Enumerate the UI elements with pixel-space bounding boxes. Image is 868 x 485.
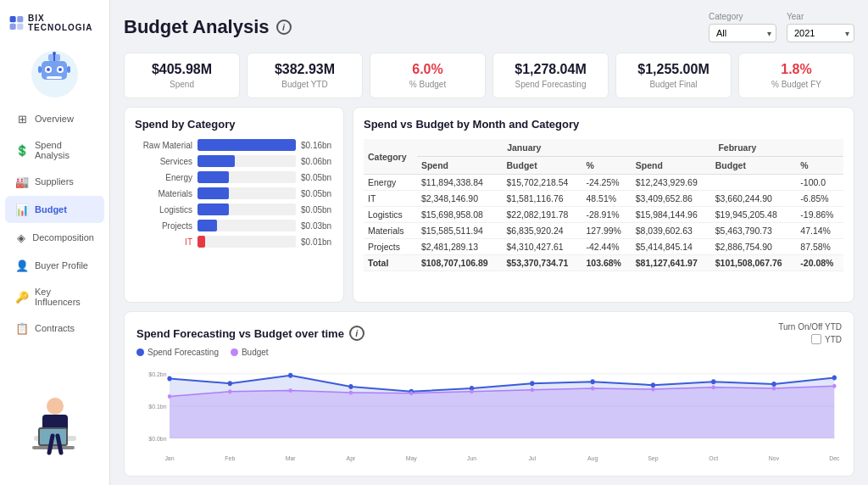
- forecasting-panel: Spend Forecasting vs Budget over time i …: [124, 311, 854, 477]
- bar-track-0: [198, 139, 296, 151]
- svg-point-42: [228, 389, 231, 393]
- budget-icon: 📊: [15, 203, 29, 216]
- svg-point-31: [288, 373, 292, 378]
- bar-label-0: Raw Material: [135, 141, 192, 150]
- page-title-text: Budget Analysis: [124, 16, 270, 38]
- month1-header: January: [417, 139, 632, 157]
- bar-track-3: [198, 187, 296, 199]
- cell-3-2: $6,835,920.24: [502, 223, 581, 239]
- svg-rect-2: [10, 24, 16, 30]
- sidebar-item-decomposition[interactable]: ◈Decomposition: [5, 224, 104, 251]
- cell-2-6: -19.86%: [796, 207, 843, 223]
- category-select[interactable]: All: [709, 24, 776, 42]
- svg-point-41: [168, 394, 171, 399]
- total-cell-3: 103.68%: [581, 255, 631, 271]
- cell-4-0: Projects: [364, 239, 417, 255]
- key-influencers-icon: 🔑: [15, 290, 29, 304]
- cell-2-2: $22,082,191.78: [502, 207, 581, 223]
- svg-rect-20: [32, 446, 75, 449]
- bar-track-1: [198, 155, 296, 167]
- year-select[interactable]: 2021: [787, 24, 854, 42]
- budget-data-table: Category January February Spend Budget %…: [364, 139, 843, 271]
- cell-0-5: [711, 175, 797, 191]
- bar-value-3: $0.05bn: [301, 189, 333, 198]
- sidebar-item-buyer-profile[interactable]: 👤Buyer Profile: [5, 252, 104, 279]
- cell-0-3: -24.25%: [581, 175, 631, 191]
- cell-0-6: -100.0: [796, 175, 843, 191]
- avatar: [31, 51, 78, 98]
- forecast-info-icon[interactable]: i: [349, 326, 364, 341]
- svg-point-32: [348, 384, 353, 389]
- cell-1-5: $3,660,244.90: [711, 191, 797, 207]
- kpi-value-2: 6.0%: [412, 62, 442, 77]
- kpi-card-4: $1,255.00MBudget Final: [615, 53, 732, 98]
- sidebar-item-label-buyer-profile: Buyer Profile: [35, 260, 88, 270]
- table-row-2: Logistics$15,698,958.08$22,082,191.78-28…: [364, 207, 843, 223]
- legend-spend-dot: [136, 348, 144, 356]
- logo-icon: [8, 14, 25, 32]
- cell-4-3: -42.44%: [581, 239, 631, 255]
- col-budget2: Budget: [711, 157, 797, 175]
- svg-rect-11: [67, 66, 70, 73]
- page-title: Budget Analysis i: [124, 16, 292, 38]
- sidebar-item-contracts[interactable]: 📋Contracts: [5, 315, 104, 342]
- main-content: Budget Analysis i Category All Year 2021: [110, 0, 868, 485]
- cell-4-6: 87.58%: [796, 239, 843, 255]
- ytd-checkbox-row: YTD: [811, 334, 842, 344]
- bar-fill-3: [198, 187, 229, 199]
- ytd-turn-on-label: Turn On/Off YTD: [778, 322, 842, 332]
- sidebar-item-label-suppliers: Suppliers: [35, 176, 74, 187]
- avatar-image: [31, 51, 78, 98]
- cell-4-1: $2,481,289.13: [417, 239, 503, 255]
- table-total-row: Total$108,707,106.89$53,370,734.71103.68…: [364, 255, 843, 271]
- bar-label-6: IT: [135, 237, 192, 247]
- table-row-4: Projects$2,481,289.13$4,310,427.61-42.44…: [364, 239, 843, 255]
- svg-point-40: [832, 375, 837, 380]
- svg-point-46: [470, 389, 473, 393]
- kpi-label-0: Spend: [170, 80, 194, 89]
- sidebar-item-label-decomposition: Decomposition: [32, 232, 94, 242]
- category-filter-label: Category: [709, 12, 776, 21]
- cell-1-1: $2,348,146.90: [417, 191, 503, 207]
- sidebar-item-key-influencers[interactable]: 🔑Key Influencers: [5, 280, 104, 314]
- sidebar-item-suppliers[interactable]: 🏭Suppliers: [5, 168, 104, 195]
- bar-fill-1: [198, 155, 235, 167]
- bar-fill-5: [198, 220, 217, 231]
- kpi-value-3: $1,278.04M: [515, 62, 587, 77]
- svg-point-49: [651, 387, 654, 392]
- sidebar-item-budget[interactable]: 📊Budget: [5, 196, 104, 223]
- svg-point-37: [651, 382, 655, 387]
- kpi-card-2: 6.0%% Budget: [370, 53, 486, 98]
- cell-1-6: -6.85%: [796, 191, 843, 207]
- bar-value-1: $0.06bn: [301, 157, 333, 166]
- kpi-value-1: $382.93M: [275, 62, 335, 77]
- bar-label-1: Services: [135, 157, 192, 166]
- bar-fill-2: [198, 171, 229, 183]
- bar-row-1: Services$0.06bn: [135, 155, 333, 167]
- svg-rect-10: [38, 66, 42, 73]
- svg-text:Aug: Aug: [587, 454, 598, 463]
- svg-point-14: [53, 52, 56, 55]
- sidebar-item-label-overview: Overview: [35, 114, 74, 124]
- bar-label-5: Projects: [135, 221, 192, 231]
- svg-text:Jan: Jan: [164, 454, 174, 463]
- forecast-title: Spend Forecasting vs Budget over time i: [136, 326, 364, 341]
- ytd-checkbox[interactable]: [811, 334, 821, 344]
- sidebar-item-overview[interactable]: ⊞Overview: [5, 105, 104, 132]
- svg-text:May: May: [406, 454, 417, 463]
- chart-area: $0.2bn$0.1bn$0.0bnJanFebMarAprMayJunJulA…: [136, 362, 842, 464]
- col-category: Category: [364, 139, 417, 175]
- bar-fill-0: [198, 139, 296, 151]
- bar-fill-4: [198, 203, 229, 215]
- sidebar-item-spend-analysis[interactable]: 💲Spend Analysis: [5, 133, 104, 167]
- cell-2-3: -28.91%: [581, 207, 631, 223]
- table-row-0: Energy$11,894,338.84$15,702,218.54-24.25…: [364, 175, 843, 191]
- category-filter-group: Category All: [709, 12, 776, 42]
- kpi-row: $405.98MSpend$382.93MBudget YTD6.0%% Bud…: [124, 53, 854, 98]
- table-scroll[interactable]: Category January February Spend Budget %…: [364, 139, 843, 292]
- info-icon[interactable]: i: [276, 20, 292, 35]
- legend-budget-label: Budget: [242, 348, 269, 357]
- svg-point-51: [772, 386, 776, 390]
- bar-value-6: $0.01bn: [301, 237, 333, 247]
- svg-text:Apr: Apr: [347, 454, 356, 463]
